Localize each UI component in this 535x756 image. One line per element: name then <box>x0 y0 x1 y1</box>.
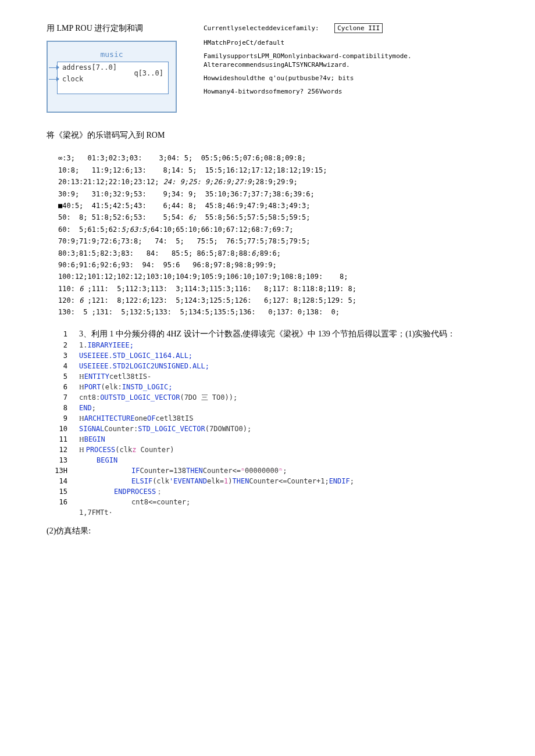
lineno: 4 <box>47 361 79 371</box>
family-support-text: FamilysupportsLPM_ROMonlyinbackward-comp… <box>204 52 488 60</box>
rom-heading: 将《梁祝》的乐谱码写入到 ROM <box>47 130 488 141</box>
code-line: HENTITYcetl38tIS- <box>79 371 151 382</box>
rom-data-block: ∞:3; 01:3;02:3;03: 3;04: 5; 05:5;06:5;07… <box>58 141 488 318</box>
code-line: ELSIF(clk'EVENTANDelk=1)THENCounter<=Cou… <box>79 476 354 486</box>
code-line: USEIEEE.STD2LOGIC2UNSIGNED.ALL; <box>79 361 209 371</box>
code-line: ENDPROCESS； <box>79 486 163 497</box>
lineno: 8 <box>47 403 79 413</box>
code-line: 1,7FMTt· <box>79 507 113 518</box>
lineno: 2 <box>47 340 79 350</box>
code-line: cnt8<=counter; <box>79 497 190 507</box>
curfam-label: Currentlyselecteddevicefamily: <box>204 24 319 32</box>
howmany-text: Howmany4-bitwordsofmemory? 256Vwords <box>204 88 488 95</box>
lineno: 13H <box>47 465 79 476</box>
lineno: 3 <box>47 350 79 361</box>
lineno: 16 <box>47 497 79 507</box>
lineno: 9 <box>47 413 79 424</box>
code-line: USEIEEE.STD_LOGIC_1164.ALL; <box>79 350 192 361</box>
lineno: 11 <box>47 434 79 445</box>
port-clock-label: clock <box>62 75 83 83</box>
lineno: 5 <box>47 371 79 382</box>
diagram-title: music <box>48 50 176 59</box>
code-line: HARCHITECTUREoneOFcetl38tIS <box>79 413 194 424</box>
lineno: 6 <box>47 382 79 392</box>
code-line: END; <box>79 403 96 413</box>
lmp-title: 用 LMP ROU 进行定制和调 <box>47 23 186 34</box>
code-line: IFCounter=138THENCounter<=ⁿ00000000ⁿ; <box>79 465 287 476</box>
code-line: 1.IBRARYIEEE; <box>79 340 134 350</box>
match-project-text: HMatchProjeCt/default <box>204 39 488 46</box>
altera-rec-text: AlterarecommendsusingALTSYNCRAMwizard. <box>204 61 488 69</box>
code-line: HBEGIN <box>79 434 105 445</box>
task3-text: 3、利用 1 中分频分得的 4HZ 设计一个计数器,使得读完《梁祝》中 139 … <box>79 328 456 340</box>
lineno: 13 <box>47 455 79 465</box>
port-address-label: address[7..0] <box>62 63 117 71</box>
lineno: 12 <box>47 445 79 455</box>
music-diagram: music address[7..0] clock q[3..0] <box>47 41 177 113</box>
lineno: 15 <box>47 486 79 497</box>
lineno: 1 <box>47 329 79 339</box>
lineno: 7 <box>47 392 79 403</box>
code-line: cnt8:OUTSTD_LOGIC_VECTOR(7DO 三 TO0)); <box>79 392 237 403</box>
code-line: BEGIN <box>79 455 117 465</box>
port-q-label: q[3..0] <box>134 69 163 77</box>
sim-result-label: (2)仿真结果: <box>47 526 488 536</box>
code-line: H PROCESS(clkz Counter) <box>79 445 174 455</box>
diagram-inner-box: address[7..0] clock q[3..0] <box>57 62 169 94</box>
howwide-text: Howwideshouldthe q'ou(putbusbe?4v; bits <box>204 74 488 82</box>
code-line: HPORT(elk:INSTD_LOGIC; <box>79 382 172 392</box>
lineno: 14 <box>47 476 79 486</box>
code-line: SIGNALCounter:STD_LOGIC_VECTOR(7DOWNTO0)… <box>79 424 251 434</box>
lineno: 10 <box>47 424 79 434</box>
family-value-box: Cyclone III <box>334 23 383 33</box>
